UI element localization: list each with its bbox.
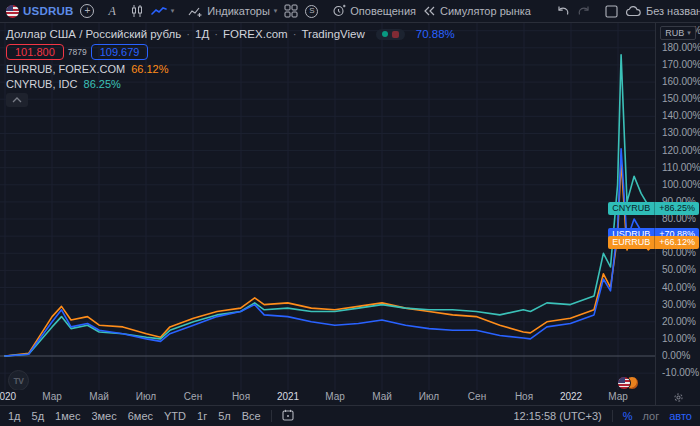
overlay-series-row[interactable]: EURRUB, FOREX.COM 66.12% — [6, 61, 455, 76]
divider — [271, 410, 272, 422]
range-button-YTD[interactable]: YTD — [164, 410, 186, 422]
divider — [612, 410, 613, 422]
main-series-row[interactable]: Доллар США / Российский рубль · 1Д · FOR… — [6, 26, 455, 42]
range-button-3мес[interactable]: 3мес — [91, 410, 116, 422]
chart-pane[interactable]: Доллар США / Российский рубль · 1Д · FOR… — [0, 23, 655, 390]
chevron-down-icon: ▾ — [274, 7, 278, 15]
range-button-1г[interactable]: 1г — [197, 410, 207, 422]
separator-dot: · — [214, 28, 218, 40]
range-button-Все[interactable]: Все — [242, 410, 261, 422]
brand-label: TradingView — [301, 28, 364, 40]
overlay-symbol: EURRUB, FOREX.COM — [6, 63, 125, 75]
time-tick-label: 2022 — [560, 391, 582, 402]
price-badge-EURRUB[interactable]: EURRUB+66.12% — [608, 236, 699, 249]
replay-icon — [423, 5, 436, 17]
text-tool-icon: A — [108, 4, 115, 19]
price-scale[interactable]: RUB ▾ 190.00%180.00%170.00%160.00%150.00… — [655, 23, 700, 390]
alerts-button[interactable]: Оповещения — [332, 4, 416, 18]
interval-label[interactable]: 1Д — [195, 28, 209, 40]
redo-button[interactable] — [577, 5, 591, 17]
overlay-symbol: CNYRUB, IDC — [6, 78, 78, 90]
scripts-button[interactable]: S — [305, 5, 318, 18]
price-scale-label: 120.00% — [662, 146, 700, 156]
square-layout-icon — [605, 5, 618, 18]
auto-scale-toggle[interactable]: авто — [669, 410, 692, 422]
spread-value: 7879 — [68, 47, 87, 57]
sell-price-button[interactable]: 101.800 — [6, 44, 64, 60]
percent-scale-toggle[interactable]: % — [623, 410, 633, 422]
range-button-6мес[interactable]: 6мес — [128, 410, 153, 422]
time-tick-label: Май — [372, 391, 392, 402]
cloud-icon — [625, 5, 642, 17]
legend-collapse-button[interactable] — [6, 93, 28, 107]
separator-dot: · — [293, 28, 297, 40]
line-style-button[interactable]: ▾ — [151, 5, 175, 17]
quote-row: 101.800 7879 109.679 — [6, 43, 455, 61]
us-flag-coin-icon — [617, 376, 631, 390]
price-badge-CNYRUB[interactable]: CNYRUB+86.25% — [608, 202, 699, 215]
bottom-right-controls: 12:15:58 (UTC+3) % лог авто — [513, 410, 692, 422]
price-scale-label: 10.00% — [662, 334, 696, 344]
chart-legend: Доллар США / Российский рубль · 1Д · FOR… — [6, 26, 455, 107]
indicators-icon — [188, 5, 203, 18]
replay-label: Симулятор рынка — [440, 5, 531, 17]
data-delayed-icon — [392, 31, 399, 38]
time-tick-label: Ноя — [515, 391, 533, 402]
price-scale-label: 110.00% — [662, 163, 700, 173]
chart-style-button[interactable] — [130, 4, 144, 18]
log-scale-toggle[interactable]: лог — [643, 410, 660, 422]
scale-settings-corner[interactable] — [655, 390, 700, 405]
indicators-button[interactable]: Индикаторы ▾ — [188, 5, 277, 18]
chevron-down-icon: ▾ — [171, 7, 175, 15]
tradingview-app: USDRUB + A ▾ — [0, 0, 700, 426]
price-scale-unit-button[interactable]: RUB ▾ — [660, 26, 696, 40]
badge-symbol: CNYRUB — [608, 202, 655, 215]
time-tick-label: 2020 — [0, 391, 16, 402]
price-scale-label: 180.00% — [662, 43, 700, 53]
buy-price-button[interactable]: 109.679 — [91, 44, 149, 60]
time-tick-label: Сен — [184, 391, 202, 402]
top-toolbar: USDRUB + A ▾ — [0, 0, 700, 23]
time-scale[interactable]: 2020МарМайИюлСенНоя2021МарМайИюлСенНоя20… — [0, 390, 655, 405]
time-tick-label: Мар — [325, 391, 345, 402]
range-button-5л[interactable]: 5л — [218, 410, 231, 422]
layout-templates-button[interactable] — [284, 4, 298, 18]
badge-value: +66.12% — [655, 236, 699, 249]
chevron-up-icon — [12, 97, 22, 103]
us-flag-icon — [6, 5, 19, 18]
symbol-search-button[interactable]: USDRUB — [6, 5, 73, 18]
overlay-value: 66.12% — [131, 63, 168, 75]
badge-value: +86.25% — [655, 202, 699, 215]
pair-logos — [617, 376, 639, 390]
time-tick-label: Сен — [468, 391, 486, 402]
range-button-1мес[interactable]: 1мес — [55, 410, 80, 422]
time-tick-label: Мар — [608, 391, 628, 402]
price-scale-label: 130.00% — [662, 128, 700, 138]
indicators-label: Индикаторы — [207, 5, 270, 17]
overlay-value: 86.25% — [84, 78, 121, 90]
bar-replay-button[interactable]: Симулятор рынка — [423, 5, 531, 17]
range-button-1д[interactable]: 1д — [8, 410, 21, 422]
range-button-5д[interactable]: 5д — [32, 410, 45, 422]
save-layout-button[interactable]: Без названия ▾ — [625, 5, 700, 17]
market-status-pill[interactable] — [376, 29, 405, 40]
price-scale-label: 60.00% — [662, 248, 696, 258]
go-to-date-button[interactable] — [282, 409, 294, 423]
text-tool-button[interactable]: A — [108, 4, 115, 19]
gear-icon — [673, 392, 684, 403]
badge-symbol: EURRUB — [608, 236, 655, 249]
undo-icon — [556, 5, 570, 17]
single-layout-button[interactable] — [605, 5, 618, 18]
clock-timezone-button[interactable]: 12:15:58 (UTC+3) — [513, 410, 601, 422]
series-line-EURRUB — [5, 161, 655, 356]
compare-add-button[interactable]: + — [80, 4, 94, 18]
unit-label: RUB — [665, 28, 684, 38]
undo-button[interactable] — [556, 5, 570, 17]
price-scale-label: 30.00% — [662, 300, 696, 310]
alerts-label: Оповещения — [350, 5, 416, 17]
price-scale-label: 80.00% — [662, 214, 696, 224]
overlay-series-row[interactable]: CNYRUB, IDC 86.25% — [6, 76, 455, 91]
redo-icon — [577, 5, 591, 17]
price-scale-label: -10.00% — [662, 368, 699, 378]
time-tick-label: Ноя — [232, 391, 250, 402]
